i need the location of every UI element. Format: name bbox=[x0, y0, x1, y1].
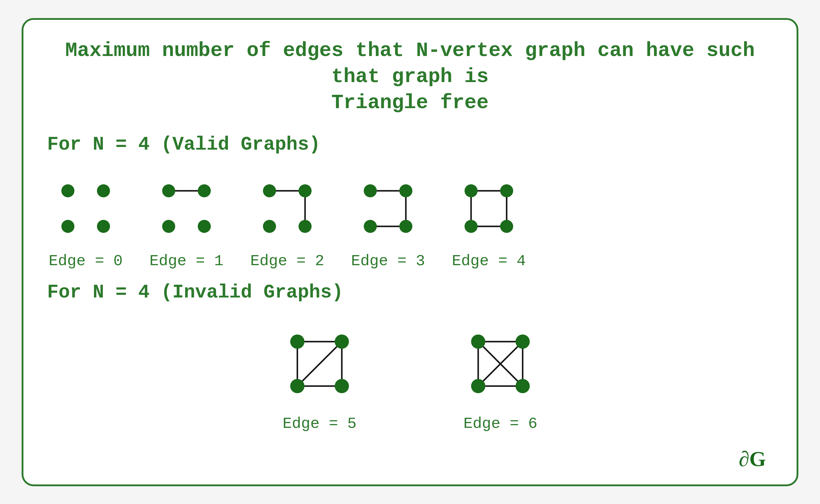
svg-point-6 bbox=[198, 184, 211, 197]
invalid-graphs-row: Edge = 5 Edge = 6 bbox=[47, 318, 773, 433]
main-card: Maximum number of edges that N-vertex gr… bbox=[22, 18, 798, 486]
section2-title: For N = 4 (Invalid Graphs) bbox=[47, 282, 773, 303]
svg-point-27 bbox=[500, 184, 513, 197]
svg-point-2 bbox=[61, 220, 74, 233]
svg-text:∂G: ∂G bbox=[739, 447, 766, 470]
svg-point-12 bbox=[298, 184, 311, 197]
label-edge3: Edge = 3 bbox=[351, 252, 425, 270]
valid-graphs-row: Edge = 0 Edge = 1 Edge = 2 bbox=[47, 170, 773, 270]
gfg-logo: ∂G bbox=[737, 446, 773, 470]
graph-edge6: Edge = 6 bbox=[455, 318, 546, 433]
svg-point-46 bbox=[516, 335, 530, 349]
svg-point-5 bbox=[162, 184, 175, 197]
graph-edge5: Edge = 5 bbox=[274, 318, 365, 433]
label-edge1: Edge = 1 bbox=[149, 252, 223, 270]
svg-point-0 bbox=[61, 184, 74, 197]
svg-line-34 bbox=[297, 342, 342, 386]
svg-point-3 bbox=[97, 220, 110, 233]
section1-title: For N = 4 (Valid Graphs) bbox=[47, 134, 773, 155]
graph-edge3: Edge = 3 bbox=[349, 170, 427, 270]
svg-point-1 bbox=[97, 184, 110, 197]
main-title: Maximum number of edges that N-vertex gr… bbox=[47, 38, 773, 116]
svg-point-13 bbox=[263, 220, 276, 233]
svg-point-47 bbox=[471, 379, 485, 393]
svg-point-48 bbox=[516, 379, 530, 393]
label-edge4: Edge = 4 bbox=[452, 252, 526, 270]
graph-edge1: Edge = 1 bbox=[148, 170, 225, 270]
svg-point-35 bbox=[290, 335, 304, 349]
svg-point-38 bbox=[335, 379, 349, 393]
svg-point-29 bbox=[500, 220, 513, 233]
graph-edge4: Edge = 4 bbox=[450, 170, 528, 270]
svg-point-45 bbox=[471, 335, 485, 349]
svg-point-26 bbox=[465, 184, 478, 197]
label-edge5: Edge = 5 bbox=[282, 415, 356, 433]
graph-edge0: Edge = 0 bbox=[47, 170, 124, 270]
label-edge0: Edge = 0 bbox=[49, 252, 123, 270]
svg-point-37 bbox=[290, 379, 304, 393]
svg-point-36 bbox=[335, 335, 349, 349]
label-edge6: Edge = 6 bbox=[464, 415, 538, 433]
label-edge2: Edge = 2 bbox=[250, 252, 324, 270]
svg-point-21 bbox=[399, 220, 413, 233]
svg-point-28 bbox=[465, 220, 478, 233]
svg-point-8 bbox=[198, 220, 211, 233]
svg-point-11 bbox=[263, 184, 276, 197]
graph-edge2: Edge = 2 bbox=[249, 170, 326, 270]
svg-point-20 bbox=[364, 220, 377, 233]
svg-point-18 bbox=[364, 184, 377, 197]
svg-point-19 bbox=[399, 184, 413, 197]
svg-point-14 bbox=[298, 220, 311, 233]
svg-point-7 bbox=[162, 220, 175, 233]
